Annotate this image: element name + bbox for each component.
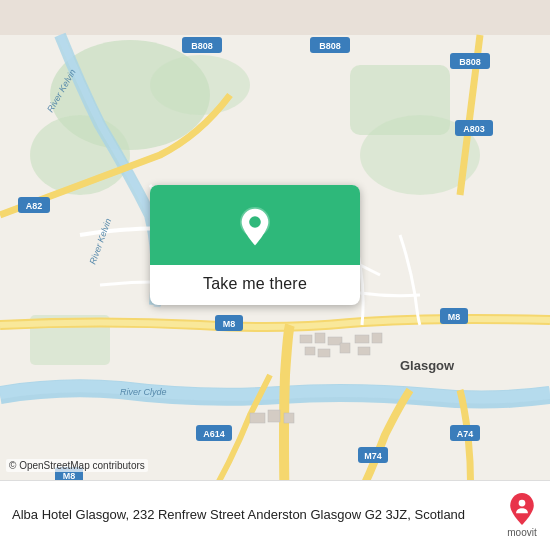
svg-text:M8: M8 [448,312,461,322]
moovit-icon [506,493,538,525]
svg-rect-38 [340,343,350,353]
svg-text:B808: B808 [319,41,341,51]
svg-text:B808: B808 [459,57,481,67]
svg-rect-37 [318,349,330,357]
svg-text:A74: A74 [457,429,474,439]
svg-rect-40 [372,333,382,343]
moovit-text: moovit [507,527,536,538]
svg-rect-33 [300,335,312,343]
take-me-there-button[interactable]: Take me there [150,185,360,305]
svg-text:River Clyde: River Clyde [120,387,167,397]
location-pin-icon [235,207,275,247]
svg-text:M8: M8 [223,319,236,329]
svg-text:M74: M74 [364,451,382,461]
button-green-area [150,185,360,265]
svg-text:A614: A614 [203,429,225,439]
button-label: Take me there [203,265,307,305]
osm-attribution: © OpenStreetMap contributors [6,459,148,472]
svg-rect-39 [355,335,369,343]
svg-rect-36 [305,347,315,355]
map-container: B808 B808 B808 A82 A803 M8 M8 A614 M74 M… [0,0,550,550]
svg-rect-41 [358,347,370,355]
svg-point-6 [150,55,250,115]
svg-rect-34 [315,333,325,343]
svg-point-46 [249,216,261,228]
info-bar: Alba Hotel Glasgow, 232 Renfrew Street A… [0,480,550,550]
svg-text:A803: A803 [463,124,485,134]
moovit-logo: moovit [506,493,538,538]
svg-rect-43 [268,410,280,422]
svg-text:A82: A82 [26,201,43,211]
svg-text:Glasgow: Glasgow [400,358,455,373]
svg-text:B808: B808 [191,41,213,51]
place-name: Alba Hotel Glasgow, 232 Renfrew Street A… [12,506,496,524]
svg-point-47 [519,500,526,507]
svg-rect-42 [250,413,265,423]
svg-rect-44 [284,413,294,423]
